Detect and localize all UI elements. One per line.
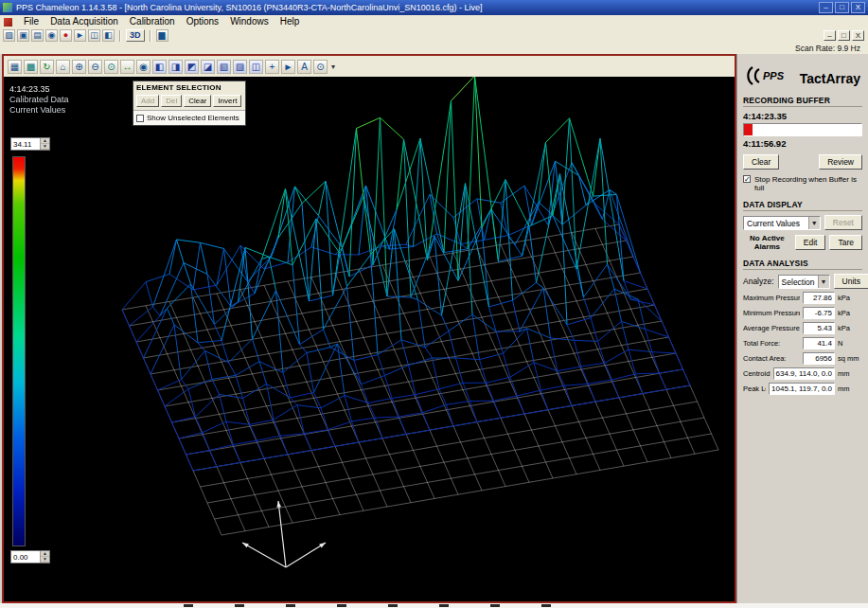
mdi-restore-button[interactable]: □ — [838, 30, 850, 41]
layout-c-icon[interactable]: ▧ — [217, 60, 231, 74]
stat-unit: mm — [838, 384, 862, 393]
stat-value-box: 27.86 — [803, 292, 835, 304]
bottom-strip — [0, 603, 868, 608]
zoom-box-icon[interactable]: ⊙ — [104, 60, 118, 74]
selection-clear-button[interactable]: Clear — [184, 95, 211, 107]
menu-windows[interactable]: Windows — [224, 15, 275, 28]
stat-row: Total Force:41.4N — [743, 337, 862, 349]
frame-forward-icon[interactable]: ◨ — [168, 60, 183, 74]
units-button[interactable]: Units — [834, 274, 868, 289]
rotate-view-icon[interactable]: ↻ — [40, 60, 54, 74]
document-icon — [4, 18, 12, 27]
chart-icon[interactable]: ▆ — [156, 29, 168, 42]
overlay-line: Current Values — [9, 105, 69, 116]
stat-value-box: 41.4 — [803, 337, 835, 349]
camera-icon[interactable]: ◉ — [136, 60, 151, 74]
crosshair-icon[interactable]: + — [265, 60, 279, 74]
magnifier-icon[interactable]: ⊙ — [313, 60, 328, 74]
menu-help[interactable]: Help — [275, 15, 306, 28]
toolbar-separator — [150, 30, 151, 42]
app-icon — [3, 3, 12, 12]
show-unselected-checkbox[interactable] — [136, 115, 144, 122]
menu-options[interactable]: Options — [181, 15, 224, 28]
bottom-tick-marks — [142, 604, 587, 607]
stop-recording-label: Stop Recording when Buffer is full — [754, 175, 862, 192]
menu-calibration[interactable]: Calibration — [124, 15, 181, 28]
snapshot-icon[interactable]: ◉ — [45, 29, 58, 42]
zoom-in-icon[interactable]: ⊕ — [72, 60, 86, 74]
save-icon[interactable]: ▣ — [17, 29, 29, 42]
zoom-out-icon[interactable]: ⊖ — [88, 60, 102, 74]
stat-unit: kPa — [838, 294, 862, 302]
open-icon[interactable]: ▨ — [3, 29, 15, 42]
chevron-down-icon[interactable]: ▼ — [808, 217, 820, 229]
scale-min-spinner[interactable]: ▲▼ — [40, 551, 49, 563]
selection-del-button[interactable]: Del — [161, 95, 182, 107]
minimize-button[interactable]: – — [819, 2, 833, 13]
reset-button[interactable]: Reset — [824, 215, 862, 230]
review-buffer-button[interactable]: Review — [819, 154, 862, 170]
color-scale-bar — [12, 156, 26, 546]
center-view-icon[interactable]: ⌂ — [56, 60, 70, 74]
record-icon[interactable]: ● — [60, 29, 72, 42]
view-3d-button[interactable]: 3D — [126, 29, 145, 42]
scale-max-value: 34.11 — [11, 138, 40, 150]
scale-max-spinner[interactable]: ▲▼ — [40, 138, 49, 150]
recording-progress — [743, 123, 862, 136]
stop-recording-checkbox[interactable] — [743, 175, 751, 183]
stat-unit: N — [838, 339, 862, 348]
scale-max-input[interactable]: 34.11 ▲▼ — [10, 137, 50, 151]
selection-invert-button[interactable]: Invert — [213, 95, 241, 107]
layout-a-icon[interactable]: ◩ — [185, 60, 199, 74]
pps-logo-icon: PPS — [745, 65, 785, 86]
show-unselected-row[interactable]: Show Unselected Elements — [133, 110, 245, 125]
close-button[interactable]: X — [851, 2, 865, 13]
split-view-icon[interactable]: ◧ — [102, 29, 115, 42]
main-toolbar: ▨▣▤◉●►◫◧ 3D ▆ – □ X — [0, 28, 868, 43]
main-toolbar-icons: ▨▣▤◉●►◫◧ — [3, 29, 115, 42]
stat-unit: mm — [838, 369, 862, 378]
menu-data-acquisition[interactable]: Data Acquisition — [44, 15, 124, 28]
stat-row: Peak Location:1045.1, 119.7, 0.0mm — [743, 383, 862, 395]
analyze-dropdown[interactable]: Selection ▼ — [778, 275, 830, 289]
mdi-minimize-button[interactable]: – — [824, 30, 836, 41]
recording-progress-fill — [744, 124, 753, 135]
element-selection-title: ELEMENT SELECTION — [133, 81, 245, 94]
element-selection-popup: ELEMENT SELECTION AddDelClearInvert Show… — [133, 80, 246, 126]
pan-icon[interactable]: ↔ — [120, 60, 134, 74]
title-bar: PPS Chameleon 1.14.3.58 - [North Carolin… — [0, 0, 868, 15]
layout-d-icon[interactable]: ▨ — [233, 60, 247, 74]
frame-back-icon[interactable]: ◧ — [152, 60, 167, 74]
element-selection-buttons: AddDelClearInvert — [133, 94, 245, 110]
clear-buffer-button[interactable]: Clear — [743, 154, 779, 170]
chevron-down-icon[interactable]: ▼ — [818, 276, 829, 288]
pointer-icon[interactable]: ► — [281, 60, 295, 74]
layout-b-icon[interactable]: ◪ — [201, 60, 215, 74]
stat-row: Minimum Pressure:-6.75kPa — [743, 307, 862, 319]
stop-recording-row[interactable]: Stop Recording when Buffer is full — [743, 175, 862, 192]
view-2d-icon[interactable]: ▦ — [8, 60, 22, 74]
maximize-button[interactable]: □ — [835, 2, 849, 13]
mdi-window-controls: – □ X — [824, 30, 868, 41]
layout-e-icon[interactable]: ◫ — [249, 60, 263, 74]
tare-button[interactable]: Tare — [829, 235, 862, 250]
edit-alarms-button[interactable]: Edit — [795, 235, 826, 250]
stat-value-box: -6.75 — [803, 307, 835, 319]
more-tools-caret-icon[interactable]: ▾ — [329, 63, 337, 71]
view-3d-icon[interactable]: ▩ — [24, 60, 38, 74]
scale-min-input[interactable]: 0.00 ▲▼ — [10, 550, 50, 563]
playback-icon[interactable]: ► — [74, 29, 86, 42]
buffer-current-time: 4:14:23.35 — [743, 111, 862, 121]
stat-row: Average Pressure:5.43kPa — [743, 322, 862, 334]
mdi-close-button[interactable]: X — [852, 30, 864, 41]
window-layout-icon[interactable]: ◫ — [88, 29, 100, 42]
sidebar: PPS TactArray RECORDING BUFFER 4:14:23.3… — [736, 54, 868, 603]
surface-3d-plot[interactable] — [4, 77, 735, 601]
print-icon[interactable]: ▤ — [31, 29, 44, 42]
selection-add-button[interactable]: Add — [136, 95, 159, 107]
label-icon[interactable]: A — [297, 60, 311, 74]
stat-label: Total Force: — [743, 339, 800, 348]
display-mode-dropdown[interactable]: Current Values ▼ — [743, 216, 821, 230]
plot-toolbar: ▦▩↻⌂⊕⊖⊙↔◉◧◨◩◪▧▨◫+►A⊙ ▾ — [4, 56, 735, 77]
menu-file[interactable]: File — [18, 15, 44, 28]
